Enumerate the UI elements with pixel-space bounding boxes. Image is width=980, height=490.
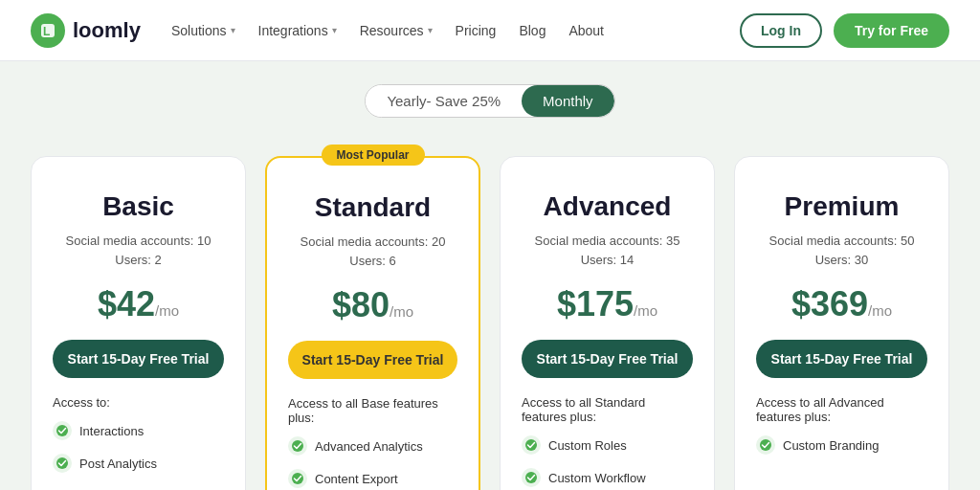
plan-card-premium: PremiumSocial media accounts: 50Users: 3… [734,156,949,490]
plan-price: $80/mo [288,285,457,325]
trial-button-advanced[interactable]: Start 15-Day Free Trial [522,340,693,378]
try-free-button[interactable]: Try for Free [834,13,949,48]
plan-card-advanced: AdvancedSocial media accounts: 35Users: … [500,156,715,490]
billing-toggle-section: Yearly- Save 25% Monthly [0,61,980,133]
navbar: L loomly Solutions ▾ Integrations ▾ Reso… [0,0,980,61]
access-label: Access to all Base features plus: [288,396,457,425]
logo-text: loomly [73,18,141,43]
logo[interactable]: L loomly [31,13,141,48]
chevron-down-icon: ▾ [332,25,337,35]
monthly-option[interactable]: Monthly [522,85,614,117]
chevron-down-icon: ▾ [428,25,433,35]
nav-about[interactable]: About [568,23,604,38]
plan-accounts: Social media accounts: 10Users: 2 [53,232,224,269]
nav-blog[interactable]: Blog [519,23,546,38]
plan-price: $42/mo [53,284,224,324]
trial-button-basic[interactable]: Start 15-Day Free Trial [53,340,224,378]
check-icon [288,436,307,456]
plan-name: Advanced [522,191,693,222]
login-button[interactable]: Log In [740,13,822,48]
most-popular-badge: Most Popular [321,145,424,166]
plan-accounts: Social media accounts: 35Users: 14 [522,232,693,269]
check-icon [522,435,541,455]
plan-accounts: Social media accounts: 20Users: 6 [288,233,457,270]
feature-label: Interactions [79,424,144,438]
nav-links: Solutions ▾ Integrations ▾ Resources ▾ P… [171,23,709,38]
pricing-section: BasicSocial media accounts: 10Users: 2 $… [0,133,980,490]
billing-toggle[interactable]: Yearly- Save 25% Monthly [365,84,614,118]
check-icon [522,468,541,487]
plan-price: $175/mo [522,284,693,324]
feature-label: Post Analytics [79,457,157,471]
plan-name: Basic [53,191,224,222]
nav-actions: Log In Try for Free [740,13,949,48]
feature-item: Interactions [53,419,224,442]
feature-label: Custom Workflow [548,471,646,485]
check-icon [53,454,72,473]
nav-integrations[interactable]: Integrations ▾ [258,23,337,38]
feature-label: Custom Branding [783,438,879,453]
check-icon [288,469,307,488]
pricing-grid: BasicSocial media accounts: 10Users: 2 $… [31,156,949,490]
feature-label: Content Export [315,472,398,486]
svg-text:L: L [43,25,50,38]
feature-item: Content Export [288,467,457,490]
check-icon [53,421,72,440]
yearly-option[interactable]: Yearly- Save 25% [366,85,522,117]
nav-pricing[interactable]: Pricing [456,23,497,38]
feature-label: Advanced Analytics [315,439,423,454]
trial-button-premium[interactable]: Start 15-Day Free Trial [756,340,927,378]
feature-item: Post Analytics [53,452,224,475]
access-label: Access to all Standard features plus: [522,395,693,424]
trial-button-standard[interactable]: Start 15-Day Free Trial [288,341,457,379]
plan-price: $369/mo [756,284,927,324]
plan-card-basic: BasicSocial media accounts: 10Users: 2 $… [31,156,246,490]
plan-name: Standard [288,192,457,223]
access-label: Access to: [53,395,224,410]
plan-name: Premium [756,191,927,222]
plan-accounts: Social media accounts: 50Users: 30 [756,232,927,269]
logo-icon: L [31,13,65,48]
feature-item: Custom Roles [522,434,693,457]
feature-label: Custom Roles [548,438,627,453]
feature-item: Custom Branding [756,434,927,457]
feature-item: Advanced Analytics [288,434,457,457]
check-icon [756,435,775,455]
nav-solutions[interactable]: Solutions ▾ [171,23,235,38]
access-label: Access to all Advanced features plus: [756,395,927,424]
nav-resources[interactable]: Resources ▾ [360,23,433,38]
plan-card-standard: Most PopularStandardSocial media account… [265,156,480,490]
feature-item: Custom Workflow [522,466,693,489]
chevron-down-icon: ▾ [231,25,235,35]
